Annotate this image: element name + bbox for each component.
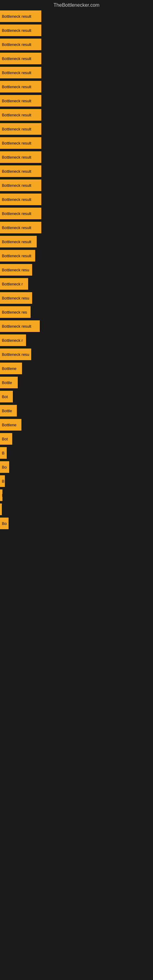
- bar-row-9: Bottleneck result: [0, 137, 153, 149]
- bar-row-16: Bottleneck result: [0, 236, 153, 247]
- bar-row-36: Bo: [0, 517, 153, 529]
- bottleneck-bar-4[interactable]: Bottleneck result: [0, 67, 41, 78]
- bottleneck-bar-19[interactable]: Bottleneck r: [0, 278, 28, 290]
- bottleneck-bar-3[interactable]: Bottleneck result: [0, 52, 41, 64]
- bottleneck-bar-13[interactable]: Bottleneck result: [0, 194, 41, 205]
- bar-row-24: Bottleneck resu: [0, 348, 153, 360]
- bar-row-22: Bottleneck result: [0, 320, 153, 332]
- bars-container: Bottleneck resultBottleneck resultBottle…: [0, 10, 153, 529]
- bar-row-0: Bottleneck result: [0, 10, 153, 22]
- bottleneck-bar-22[interactable]: Bottleneck result: [0, 320, 40, 332]
- bottleneck-bar-25[interactable]: Bottlene: [0, 363, 22, 374]
- bar-row-17: Bottleneck result: [0, 250, 153, 261]
- bottleneck-bar-32[interactable]: Bo: [0, 461, 9, 473]
- bottleneck-bar-35[interactable]: [0, 503, 2, 515]
- bottleneck-bar-11[interactable]: Bottleneck result: [0, 165, 41, 177]
- bottleneck-bar-2[interactable]: Bottleneck result: [0, 38, 41, 50]
- bottleneck-bar-12[interactable]: Bottleneck result: [0, 180, 41, 191]
- bottleneck-bar-16[interactable]: Bottleneck result: [0, 236, 37, 247]
- bar-row-6: Bottleneck result: [0, 95, 153, 107]
- bar-row-1: Bottleneck result: [0, 24, 153, 36]
- bottleneck-bar-6[interactable]: Bottleneck result: [0, 95, 41, 107]
- bar-row-3: Bottleneck result: [0, 52, 153, 64]
- bar-row-31: B: [0, 447, 153, 459]
- bottleneck-bar-36[interactable]: Bo: [0, 517, 9, 529]
- bottleneck-bar-9[interactable]: Bottleneck result: [0, 137, 41, 149]
- bar-row-35: [0, 503, 153, 515]
- bar-row-33: B: [0, 475, 153, 487]
- bottleneck-bar-17[interactable]: Bottleneck result: [0, 250, 35, 261]
- bottleneck-bar-1[interactable]: Bottleneck result: [0, 24, 41, 36]
- bar-row-29: Bottlene: [0, 419, 153, 431]
- bar-row-8: Bottleneck result: [0, 123, 153, 135]
- bar-row-26: Bottle: [0, 377, 153, 388]
- bar-row-11: Bottleneck result: [0, 165, 153, 177]
- bottleneck-bar-33[interactable]: B: [0, 475, 5, 487]
- bar-row-10: Bottleneck result: [0, 151, 153, 163]
- bottleneck-bar-23[interactable]: Bottleneck r: [0, 334, 26, 346]
- bar-row-34: I: [0, 489, 153, 501]
- site-title: TheBottlenecker.com: [0, 0, 153, 10]
- bottleneck-bar-5[interactable]: Bottleneck result: [0, 81, 41, 92]
- bottleneck-bar-18[interactable]: Bottleneck resu: [0, 264, 32, 275]
- bottleneck-bar-7[interactable]: Bottleneck result: [0, 109, 41, 121]
- bottleneck-bar-14[interactable]: Bottleneck result: [0, 208, 41, 219]
- bottleneck-bar-34[interactable]: I: [0, 489, 2, 501]
- bar-row-13: Bottleneck result: [0, 194, 153, 205]
- bar-row-2: Bottleneck result: [0, 38, 153, 50]
- title-text: TheBottlenecker.com: [54, 2, 99, 8]
- bottleneck-bar-27[interactable]: Bot: [0, 391, 13, 402]
- bar-row-30: Bot: [0, 433, 153, 445]
- bottleneck-bar-8[interactable]: Bottleneck result: [0, 123, 41, 135]
- bar-row-32: Bo: [0, 461, 153, 473]
- bar-row-18: Bottleneck resu: [0, 264, 153, 275]
- bottleneck-bar-24[interactable]: Bottleneck resu: [0, 348, 31, 360]
- bottleneck-bar-21[interactable]: Bottleneck res: [0, 306, 30, 318]
- bar-row-12: Bottleneck result: [0, 180, 153, 191]
- bar-row-19: Bottleneck r: [0, 278, 153, 290]
- bar-row-15: Bottleneck result: [0, 222, 153, 233]
- bottleneck-bar-10[interactable]: Bottleneck result: [0, 151, 41, 163]
- bar-row-4: Bottleneck result: [0, 67, 153, 78]
- bar-row-25: Bottlene: [0, 363, 153, 374]
- bar-row-7: Bottleneck result: [0, 109, 153, 121]
- bar-row-28: Bottle: [0, 405, 153, 417]
- bottleneck-bar-28[interactable]: Bottle: [0, 405, 17, 417]
- bottleneck-bar-30[interactable]: Bot: [0, 433, 12, 445]
- bottleneck-bar-15[interactable]: Bottleneck result: [0, 222, 41, 233]
- bottleneck-bar-20[interactable]: Bottleneck resu: [0, 292, 32, 304]
- bar-row-23: Bottleneck r: [0, 334, 153, 346]
- bottleneck-bar-29[interactable]: Bottlene: [0, 419, 21, 431]
- bar-row-20: Bottleneck resu: [0, 292, 153, 304]
- bar-row-27: Bot: [0, 391, 153, 402]
- bar-row-5: Bottleneck result: [0, 81, 153, 92]
- bar-row-21: Bottleneck res: [0, 306, 153, 318]
- bottleneck-bar-0[interactable]: Bottleneck result: [0, 10, 41, 22]
- bottleneck-bar-31[interactable]: B: [0, 447, 7, 459]
- bar-row-14: Bottleneck result: [0, 208, 153, 219]
- bottleneck-bar-26[interactable]: Bottle: [0, 377, 18, 388]
